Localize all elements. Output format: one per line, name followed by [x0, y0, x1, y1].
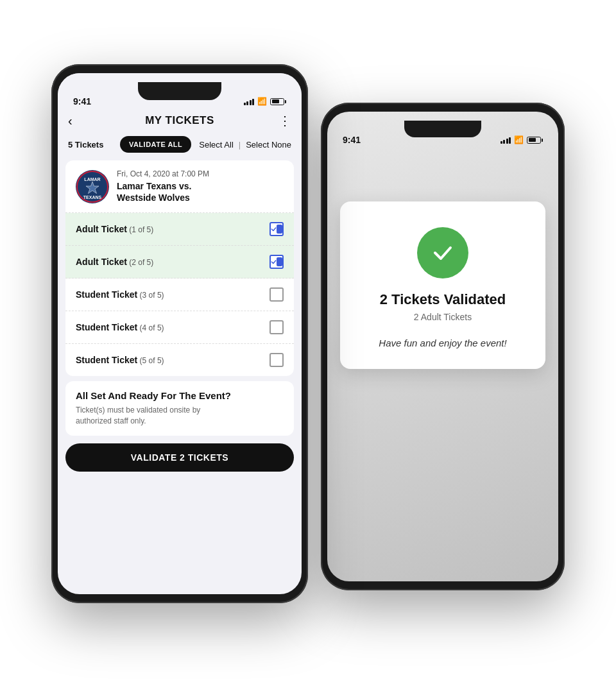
ticket-controls: 5 Tickets VALIDATE ALL Select All | Sele… — [58, 130, 302, 158]
battery-tip — [542, 139, 543, 142]
svg-text:LAMAR: LAMAR — [84, 177, 100, 182]
ticket-row: Student Ticket (4 of 5) — [65, 311, 294, 344]
front-screen: 9:41 📶 — [58, 73, 302, 594]
ticket-row: Student Ticket (3 of 5) — [65, 278, 294, 311]
back-time: 9:41 — [343, 135, 361, 145]
ticket-name-4: Student Ticket (4 of 5) — [76, 322, 270, 332]
signal-bar-2 — [503, 140, 505, 144]
select-all-button[interactable]: Select All — [199, 140, 233, 150]
front-wifi-icon: 📶 — [257, 97, 267, 106]
event-teams: Lamar Texans vs. Westside Wolves — [117, 180, 284, 203]
ticket-name-2: Adult Ticket (2 of 5) — [76, 257, 270, 267]
event-info: LAMAR TEXANS Fri, Oct 4, 2020 at 7:00 PM… — [65, 160, 294, 213]
event-details: Fri, Oct 4, 2020 at 7:00 PM Lamar Texans… — [117, 169, 284, 203]
team-logo-svg: LAMAR TEXANS — [76, 171, 108, 203]
validate-button[interactable]: VALIDATE 2 TICKETS — [65, 443, 294, 472]
checkbox-check-1 — [271, 225, 277, 234]
scroll-area: LAMAR TEXANS Fri, Oct 4, 2020 at 7:00 PM… — [58, 158, 302, 594]
ticket-checkbox-3[interactable] — [270, 287, 284, 302]
ticket-row: Student Ticket (5 of 5) — [65, 344, 294, 376]
wifi-icon: 📶 — [514, 135, 524, 144]
signal-bar-1 — [501, 141, 502, 144]
checkmark-icon — [429, 239, 457, 267]
svg-text:TEXANS: TEXANS — [83, 195, 102, 200]
back-screen: 9:41 📶 — [327, 112, 558, 581]
validated-message: Have fun and enjoy the event! — [379, 338, 506, 348]
back-status-icons: 📶 — [501, 135, 543, 144]
ticket-row: Adult Ticket (1 of 5) — [65, 213, 294, 246]
ticket-list: Adult Ticket (1 of 5) Adult Ticket (2 of… — [65, 213, 294, 376]
front-battery-icon — [270, 98, 286, 105]
ticket-checkbox-5[interactable] — [270, 353, 284, 367]
signal-icon — [501, 136, 511, 144]
back-notch — [404, 121, 481, 137]
front-time: 9:41 — [73, 96, 91, 107]
battery-icon — [527, 137, 543, 144]
ticket-row: Adult Ticket (2 of 5) — [65, 246, 294, 278]
battery-body — [527, 137, 541, 144]
ticket-name-1: Adult Ticket (1 of 5) — [76, 224, 270, 234]
more-button[interactable]: ⋮ — [278, 113, 291, 128]
check-circle — [417, 227, 468, 278]
checkbox-check-2 — [271, 257, 277, 266]
tickets-count: 5 Tickets — [68, 140, 120, 150]
front-status-icons: 📶 — [244, 97, 287, 106]
validated-type: 2 Adult Tickets — [414, 312, 472, 322]
ticket-checkbox-4[interactable] — [270, 320, 284, 334]
signal-bar-4 — [509, 137, 511, 144]
ticket-name-5: Student Ticket (5 of 5) — [76, 355, 270, 365]
select-none-button[interactable]: Select None — [246, 140, 291, 150]
select-divider: | — [239, 140, 241, 150]
scene: 9:41 📶 — [0, 0, 616, 693]
select-controls: Select All | Select None — [199, 140, 291, 150]
event-date: Fri, Oct 4, 2020 at 7:00 PM — [117, 169, 284, 178]
validated-card: 2 Tickets Validated 2 Adult Tickets Have… — [340, 201, 545, 369]
signal-bar-3 — [506, 139, 508, 144]
validate-all-button[interactable]: VALIDATE ALL — [120, 136, 191, 153]
phone-front: 9:41 📶 — [51, 64, 308, 603]
nav-bar: ‹ MY TICKETS ⋮ — [58, 109, 302, 130]
page-title: MY TICKETS — [145, 114, 214, 127]
ticket-name-3: Student Ticket (3 of 5) — [76, 289, 270, 300]
phone-back: 9:41 📶 — [321, 103, 565, 590]
ticket-card: LAMAR TEXANS Fri, Oct 4, 2020 at 7:00 PM… — [65, 160, 294, 376]
bottom-title: All Set And Ready For The Event? — [76, 390, 284, 401]
validated-count: 2 Tickets Validated — [380, 291, 506, 308]
ticket-checkbox-2[interactable] — [270, 255, 284, 269]
back-button[interactable]: ‹ — [68, 114, 73, 128]
bottom-desc: Ticket(s) must be validated onsite by au… — [76, 405, 284, 427]
bottom-section: All Set And Ready For The Event? Ticket(… — [65, 381, 294, 436]
ticket-checkbox-1[interactable] — [270, 222, 284, 236]
front-notch — [138, 82, 221, 100]
front-signal-icon — [244, 98, 255, 105]
team-logo: LAMAR TEXANS — [76, 170, 109, 203]
battery-fill — [529, 138, 536, 142]
